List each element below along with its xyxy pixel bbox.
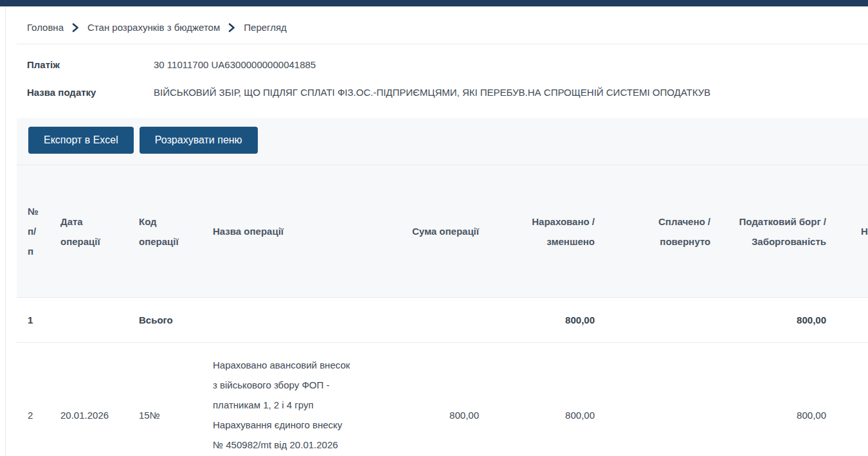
breadcrumb: Головна Стан розрахунків з бюджетом Пере… (6, 6, 868, 44)
cell-paid (600, 343, 716, 456)
col-header-accrued: Нараховано / зменшено (484, 165, 600, 298)
table-header-row: № п/п Дата операції Код операції Назва о… (17, 165, 868, 298)
breadcrumb-item-home[interactable]: Головна (27, 22, 64, 33)
chevron-right-icon (228, 23, 235, 32)
col-header-truncated: Н (831, 165, 868, 298)
cell-operation-sum (375, 298, 484, 343)
top-accent-bar (0, 0, 868, 6)
table-row-total: 1 Всього 800,00 800,00 (17, 298, 868, 343)
cell-accrued: 800,00 (484, 298, 600, 343)
cell-truncated (831, 343, 868, 456)
payment-label: Платіж (27, 59, 154, 71)
payment-info-section: Платіж 30 11011700 UA63000000000041885 Н… (6, 44, 868, 118)
cell-operation-code: 15№ (127, 343, 201, 456)
col-header-number: № п/п (17, 165, 49, 298)
table-row: 2 20.01.2026 15№ Нараховано авансовий вн… (17, 343, 868, 456)
cell-tax-debt: 800,00 (716, 298, 831, 343)
table-panel: Експорт в Excel Розрахувати пеню № п/п Д… (17, 118, 868, 456)
cell-operation-sum: 800,00 (375, 343, 484, 456)
tax-name-row: Назва податку ВІЙСЬКОВИЙ ЗБІР, ЩО ПІДЛЯГ… (27, 86, 868, 98)
breadcrumb-item-budget-settlements[interactable]: Стан розрахунків з бюджетом (87, 22, 220, 33)
operations-table-zone: № п/п Дата операції Код операції Назва о… (17, 165, 868, 456)
col-header-operation-sum: Сума операції (375, 165, 484, 298)
cell-tax-debt: 800,00 (716, 343, 831, 456)
cell-operation-code: Всього (127, 298, 201, 343)
cell-truncated (831, 298, 868, 343)
col-header-operation-code: Код операції (127, 165, 201, 298)
operations-table: № п/п Дата операції Код операції Назва о… (17, 165, 868, 456)
cell-operation-date (49, 298, 127, 343)
breadcrumb-item-view: Перегляд (244, 22, 287, 33)
col-header-operation-date: Дата операції (49, 165, 127, 298)
cell-operation-date: 20.01.2026 (49, 343, 127, 456)
cell-number: 2 (17, 343, 49, 456)
col-header-tax-debt: Податковий борг / Заборгованість (716, 165, 831, 298)
tax-name-label: Назва податку (27, 86, 154, 98)
calculate-penalty-button[interactable]: Розрахувати пеню (140, 127, 258, 154)
cell-operation-name: Нараховано авансовий внесок з військовог… (201, 343, 375, 456)
payment-value: 30 11011700 UA63000000000041885 (154, 59, 316, 71)
chevron-right-icon (72, 23, 79, 32)
toolbar: Експорт в Excel Розрахувати пеню (17, 118, 868, 165)
payment-row: Платіж 30 11011700 UA63000000000041885 (27, 59, 868, 71)
main-content-card: Головна Стан розрахунків з бюджетом Пере… (5, 6, 868, 456)
cell-accrued: 800,00 (484, 343, 600, 456)
export-excel-button[interactable]: Експорт в Excel (28, 127, 134, 154)
col-header-operation-name: Назва операції (201, 165, 375, 298)
cell-number: 1 (17, 298, 49, 343)
cell-operation-name (201, 298, 375, 343)
cell-paid (600, 298, 716, 343)
tax-name-value: ВІЙСЬКОВИЙ ЗБІР, ЩО ПІДЛЯГ СПЛАТІ ФІЗ.ОС… (154, 86, 710, 98)
col-header-paid: Сплачено / повернуто (600, 165, 716, 298)
